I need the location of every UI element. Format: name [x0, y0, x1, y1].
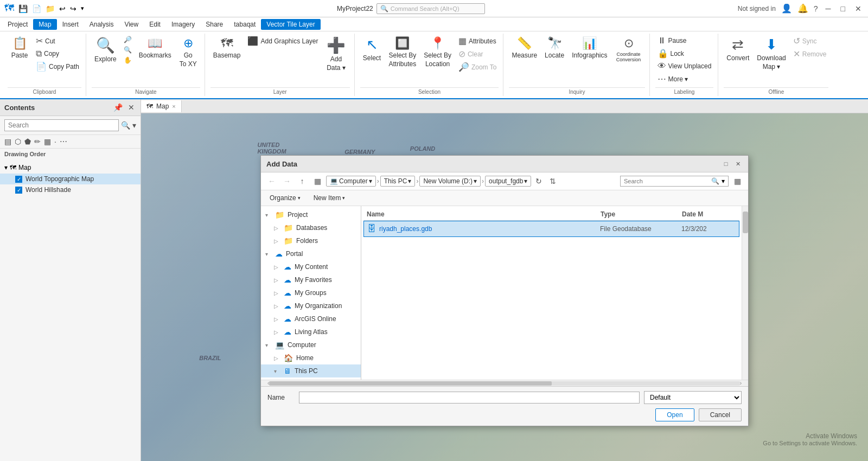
- sidebar-search-dropdown[interactable]: ▾: [132, 121, 136, 130]
- attributes-button[interactable]: ▦ Attributes: [456, 35, 499, 47]
- convert-button[interactable]: ⇄ Convert: [724, 35, 752, 63]
- basemap-button[interactable]: 🗺 Basemap: [210, 35, 244, 61]
- view-unplaced-button[interactable]: 👁 View Unplaced: [655, 60, 714, 72]
- minimize-btn[interactable]: ─: [824, 4, 833, 13]
- layer-checkbox-hillshade[interactable]: ✓: [15, 187, 22, 194]
- close-btn[interactable]: ✕: [853, 4, 864, 13]
- menu-map[interactable]: Map: [33, 19, 56, 30]
- tree-item-world-topo[interactable]: ✓ World Topographic Map: [0, 174, 141, 184]
- sidebar-search-button[interactable]: 🔍: [121, 121, 130, 130]
- sidebar-pin-icon[interactable]: 📌: [112, 103, 124, 112]
- dialog-close-button[interactable]: ✕: [733, 159, 743, 169]
- organize-button[interactable]: Organize ▾: [265, 193, 305, 203]
- sync-button[interactable]: ↺ Sync: [791, 35, 829, 47]
- pan-button[interactable]: ✋: [122, 55, 134, 65]
- more-button[interactable]: ⋯ More ▾: [655, 73, 714, 85]
- measure-button[interactable]: 📏 Measure: [509, 35, 540, 61]
- nav-item-my-favorites[interactable]: ▷ ☁ My Favorites: [261, 273, 361, 286]
- menu-tabaqat[interactable]: tabaqat: [228, 19, 261, 30]
- polygon-icon[interactable]: ⬟: [24, 137, 31, 146]
- menu-project[interactable]: Project: [2, 19, 33, 30]
- layer-checkbox-topo[interactable]: ✓: [15, 176, 22, 183]
- copy-button[interactable]: ⧉ Copy: [34, 48, 81, 60]
- nav-item-folders[interactable]: ▷ 📁 Folders: [261, 234, 361, 247]
- nav-item-arcgis-online[interactable]: ▷ ☁ ArcGIS Online: [261, 312, 361, 325]
- lock-button[interactable]: 🔒 Lock: [655, 47, 714, 60]
- breadcrumb-newvolume[interactable]: New Volume (D:) ▾: [419, 176, 481, 187]
- footer-type-select[interactable]: Default: [644, 391, 742, 404]
- nav-item-this-pc[interactable]: ▾ 🖥 This PC: [261, 364, 361, 377]
- open-button[interactable]: Open: [655, 408, 694, 421]
- clear-button[interactable]: ⊘ Clear: [456, 48, 499, 60]
- maximize-btn[interactable]: □: [839, 4, 847, 13]
- remove-button[interactable]: ✕ Remove: [791, 48, 829, 60]
- cylinder-icon[interactable]: ⬡: [15, 137, 21, 146]
- cancel-button[interactable]: Cancel: [699, 408, 742, 421]
- new-item-button[interactable]: New Item ▾: [309, 193, 350, 203]
- dialog-maximize-button[interactable]: □: [721, 159, 731, 169]
- h-scroll-right[interactable]: ›: [740, 380, 742, 386]
- command-search[interactable]: 🔍 Command Search (Alt+Q): [376, 3, 485, 14]
- quick-access-save[interactable]: 💾: [18, 4, 28, 13]
- add-data-button[interactable]: ➕ Add Data ▾: [323, 35, 350, 73]
- map-tab[interactable]: 🗺 Map ×: [141, 100, 182, 112]
- footer-name-input[interactable]: [299, 392, 640, 404]
- paste-button[interactable]: 📋 Paste: [8, 35, 31, 61]
- table-icon[interactable]: ▦: [44, 137, 51, 146]
- filter-icon[interactable]: ▤: [4, 137, 11, 146]
- go-to-xy-button[interactable]: ⊕ Go To XY: [176, 35, 200, 69]
- sidebar-search-input[interactable]: [4, 119, 119, 131]
- dialog-search-box[interactable]: 🔍 ▾: [620, 176, 729, 187]
- refresh-button[interactable]: ↻: [532, 175, 545, 188]
- select-button[interactable]: ↖ Select: [360, 35, 384, 63]
- breadcrumb-thispc[interactable]: This PC ▾: [380, 176, 416, 187]
- quick-access-open[interactable]: 📁: [46, 4, 55, 13]
- menu-edit[interactable]: Edit: [144, 19, 166, 30]
- quick-access-more[interactable]: ▾: [81, 5, 84, 12]
- nav-item-living-atlas[interactable]: ▷ ☁ Living Atlas: [261, 325, 361, 338]
- dialog-search-input[interactable]: [624, 178, 709, 184]
- dialog-scrollbar[interactable]: [742, 206, 748, 380]
- nav-item-my-org[interactable]: ▷ ☁ My Organization: [261, 299, 361, 312]
- more-filter-icon[interactable]: ⋯: [60, 137, 67, 146]
- menu-insert[interactable]: Insert: [57, 19, 84, 30]
- user-status[interactable]: Not signed in: [738, 5, 776, 12]
- user-avatar[interactable]: 👤: [781, 3, 792, 14]
- breadcrumb-outputfgdb[interactable]: output_fgdb ▾: [485, 176, 531, 187]
- menu-analysis[interactable]: Analysis: [84, 19, 119, 30]
- pencil-icon[interactable]: ✏: [34, 137, 41, 146]
- nav-item-my-groups[interactable]: ▷ ☁ My Groups: [261, 286, 361, 299]
- h-scrollbar-thumb[interactable]: [269, 381, 551, 386]
- h-scrollbar[interactable]: ‹ ›: [261, 380, 748, 386]
- tree-item-world-hillshade[interactable]: ✓ World Hillshade: [0, 184, 141, 195]
- quick-access-redo[interactable]: ↪: [70, 4, 76, 13]
- back-button[interactable]: ←: [265, 175, 278, 188]
- sidebar-close-icon[interactable]: ✕: [126, 103, 136, 112]
- coordinate-conversion-button[interactable]: ⊙ Coordinate Conversion: [612, 35, 645, 64]
- forward-button[interactable]: →: [280, 175, 293, 188]
- select-by-location-button[interactable]: 📍 Select By Location: [421, 35, 454, 69]
- tree-root-map[interactable]: ▾ 🗺 Map: [0, 162, 141, 174]
- scrollbar-thumb[interactable]: [743, 212, 748, 233]
- copy-path-button[interactable]: 📄 Copy Path: [34, 60, 81, 73]
- cut-button[interactable]: ✂ Cut: [34, 35, 81, 47]
- locate-button[interactable]: 🔭 Locate: [542, 35, 567, 61]
- add-graphics-layer-button[interactable]: ⬛ Add Graphics Layer: [245, 35, 320, 47]
- breadcrumb-computer[interactable]: 💻 Computer ▾: [326, 176, 376, 187]
- nav-item-home[interactable]: ▷ 🏠 Home: [261, 351, 361, 364]
- zoom-to-button[interactable]: 🔎 Zoom To: [456, 61, 499, 73]
- view-toggle-button[interactable]: ▦: [311, 175, 324, 188]
- menu-vector-tile[interactable]: Vector Tile Layer: [261, 19, 320, 30]
- infographics-button[interactable]: 📊 Infographics: [569, 35, 610, 61]
- nav-item-computer[interactable]: ▾ 💻 Computer: [261, 338, 361, 351]
- file-row-riyadh[interactable]: 🗄 riyadh_places.gdb File Geodatabase 12/…: [363, 221, 739, 237]
- pause-button[interactable]: ⏸ Pause: [655, 35, 714, 47]
- view-options-button[interactable]: ▦: [731, 175, 744, 188]
- sort-button[interactable]: ⇅: [546, 175, 559, 188]
- point-icon[interactable]: ·: [54, 137, 56, 146]
- map-tab-close[interactable]: ×: [172, 103, 175, 110]
- quick-access-undo[interactable]: ↩: [59, 4, 66, 13]
- nav-item-my-content[interactable]: ▷ ☁ My Content: [261, 260, 361, 273]
- nav-item-project[interactable]: ▾ 📁 Project: [261, 208, 361, 221]
- nav-item-databases[interactable]: ▷ 📁 Databases: [261, 221, 361, 234]
